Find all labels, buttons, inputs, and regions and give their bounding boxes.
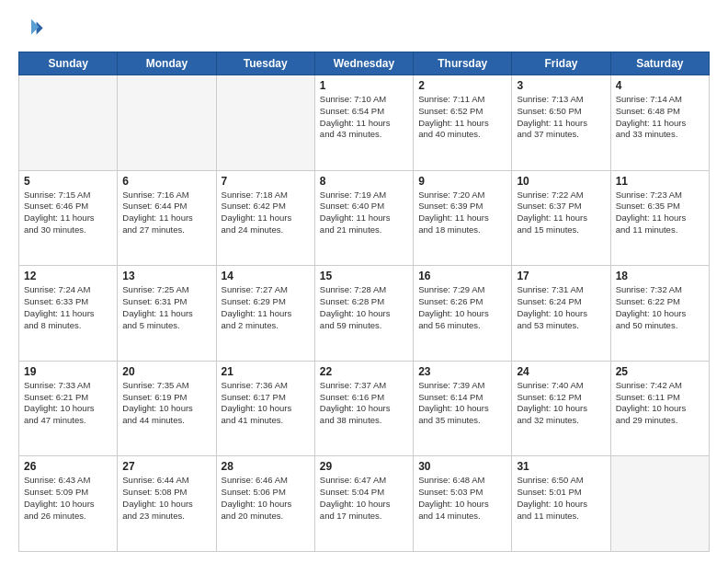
day-info: Sunrise: 7:20 AM Sunset: 6:39 PM Dayligh… [418, 190, 506, 236]
day-info: Sunrise: 7:10 AM Sunset: 6:54 PM Dayligh… [320, 94, 408, 141]
day-cell: 18Sunrise: 7:32 AM Sunset: 6:22 PM Dayli… [610, 266, 709, 362]
week-row-1: 1Sunrise: 7:10 AM Sunset: 6:54 PM Daylig… [19, 75, 710, 171]
day-cell: 26Sunrise: 6:43 AM Sunset: 5:09 PM Dayli… [19, 456, 118, 552]
day-cell [216, 75, 314, 171]
day-number: 27 [122, 460, 210, 473]
day-cell: 22Sunrise: 7:37 AM Sunset: 6:16 PM Dayli… [314, 361, 413, 456]
day-info: Sunrise: 7:25 AM Sunset: 6:31 PM Dayligh… [122, 284, 210, 331]
week-row-3: 12Sunrise: 7:24 AM Sunset: 6:33 PM Dayli… [19, 266, 710, 362]
day-cell: 5Sunrise: 7:15 AM Sunset: 6:46 PM Daylig… [19, 170, 118, 266]
day-cell: 15Sunrise: 7:28 AM Sunset: 6:28 PM Dayli… [314, 266, 413, 362]
day-number: 14 [222, 270, 310, 282]
day-info: Sunrise: 7:15 AM Sunset: 6:46 PM Dayligh… [24, 190, 112, 236]
page: SundayMondayTuesdayWednesdayThursdayFrid… [0, 0, 728, 563]
day-number: 29 [320, 460, 408, 473]
day-cell [118, 75, 216, 171]
day-number: 11 [616, 175, 704, 188]
day-info: Sunrise: 6:43 AM Sunset: 5:09 PM Dayligh… [24, 475, 112, 522]
day-info: Sunrise: 6:48 AM Sunset: 5:03 PM Dayligh… [418, 475, 506, 522]
day-cell [19, 75, 118, 171]
day-info: Sunrise: 7:37 AM Sunset: 6:16 PM Dayligh… [320, 380, 408, 427]
day-cell: 30Sunrise: 6:48 AM Sunset: 5:03 PM Dayli… [414, 456, 512, 552]
day-info: Sunrise: 7:36 AM Sunset: 6:17 PM Dayligh… [222, 380, 310, 427]
day-number: 19 [24, 365, 112, 378]
day-number: 10 [517, 175, 605, 188]
day-number: 7 [222, 175, 310, 188]
day-number: 15 [320, 270, 408, 282]
day-number: 2 [418, 79, 506, 92]
day-number: 4 [616, 79, 704, 92]
day-cell: 1Sunrise: 7:10 AM Sunset: 6:54 PM Daylig… [314, 75, 413, 171]
day-cell: 9Sunrise: 7:20 AM Sunset: 6:39 PM Daylig… [414, 170, 512, 266]
weekday-header-friday: Friday [512, 52, 610, 75]
day-number: 31 [517, 460, 605, 473]
day-number: 13 [122, 270, 210, 282]
day-number: 28 [222, 460, 310, 473]
day-info: Sunrise: 7:29 AM Sunset: 6:26 PM Dayligh… [418, 284, 506, 331]
calendar-table: SundayMondayTuesdayWednesdayThursdayFrid… [18, 52, 710, 552]
day-info: Sunrise: 7:13 AM Sunset: 6:50 PM Dayligh… [517, 94, 605, 141]
day-cell: 11Sunrise: 7:23 AM Sunset: 6:35 PM Dayli… [610, 170, 709, 266]
weekday-header-wednesday: Wednesday [314, 52, 413, 75]
day-number: 12 [24, 270, 112, 282]
day-cell: 14Sunrise: 7:27 AM Sunset: 6:29 PM Dayli… [216, 266, 314, 362]
day-info: Sunrise: 7:27 AM Sunset: 6:29 PM Dayligh… [222, 284, 310, 331]
day-number: 30 [418, 460, 506, 473]
week-row-5: 26Sunrise: 6:43 AM Sunset: 5:09 PM Dayli… [19, 456, 710, 552]
day-info: Sunrise: 7:14 AM Sunset: 6:48 PM Dayligh… [616, 94, 704, 141]
day-info: Sunrise: 6:47 AM Sunset: 5:04 PM Dayligh… [320, 475, 408, 522]
day-info: Sunrise: 7:24 AM Sunset: 6:33 PM Dayligh… [24, 284, 112, 331]
day-number: 1 [320, 79, 408, 92]
day-number: 18 [616, 270, 704, 282]
day-info: Sunrise: 7:39 AM Sunset: 6:14 PM Dayligh… [418, 380, 506, 427]
day-number: 5 [24, 175, 112, 188]
header [18, 17, 710, 42]
day-cell: 10Sunrise: 7:22 AM Sunset: 6:37 PM Dayli… [512, 170, 610, 266]
day-number: 3 [517, 79, 605, 92]
day-number: 17 [517, 270, 605, 282]
day-cell: 6Sunrise: 7:16 AM Sunset: 6:44 PM Daylig… [118, 170, 216, 266]
day-number: 25 [616, 365, 704, 378]
day-number: 22 [320, 365, 408, 378]
day-cell: 3Sunrise: 7:13 AM Sunset: 6:50 PM Daylig… [512, 75, 610, 171]
day-cell: 31Sunrise: 6:50 AM Sunset: 5:01 PM Dayli… [512, 456, 610, 552]
day-number: 8 [320, 175, 408, 188]
week-row-2: 5Sunrise: 7:15 AM Sunset: 6:46 PM Daylig… [19, 170, 710, 266]
logo-icon [18, 17, 44, 42]
day-cell: 19Sunrise: 7:33 AM Sunset: 6:21 PM Dayli… [19, 361, 118, 456]
day-number: 24 [517, 365, 605, 378]
day-info: Sunrise: 7:33 AM Sunset: 6:21 PM Dayligh… [24, 380, 112, 427]
weekday-header-saturday: Saturday [610, 52, 709, 75]
day-number: 16 [418, 270, 506, 282]
day-cell: 13Sunrise: 7:25 AM Sunset: 6:31 PM Dayli… [118, 266, 216, 362]
day-cell: 4Sunrise: 7:14 AM Sunset: 6:48 PM Daylig… [610, 75, 709, 171]
day-info: Sunrise: 7:40 AM Sunset: 6:12 PM Dayligh… [517, 380, 605, 427]
day-info: Sunrise: 7:42 AM Sunset: 6:11 PM Dayligh… [616, 380, 704, 427]
weekday-header-row: SundayMondayTuesdayWednesdayThursdayFrid… [19, 52, 710, 75]
day-cell: 24Sunrise: 7:40 AM Sunset: 6:12 PM Dayli… [512, 361, 610, 456]
day-cell: 23Sunrise: 7:39 AM Sunset: 6:14 PM Dayli… [414, 361, 512, 456]
weekday-header-monday: Monday [118, 52, 216, 75]
day-cell: 16Sunrise: 7:29 AM Sunset: 6:26 PM Dayli… [414, 266, 512, 362]
day-info: Sunrise: 7:18 AM Sunset: 6:42 PM Dayligh… [222, 190, 310, 236]
weekday-header-sunday: Sunday [19, 52, 118, 75]
day-cell [610, 456, 709, 552]
day-cell: 28Sunrise: 6:46 AM Sunset: 5:06 PM Dayli… [216, 456, 314, 552]
day-info: Sunrise: 6:46 AM Sunset: 5:06 PM Dayligh… [222, 475, 310, 522]
day-cell: 21Sunrise: 7:36 AM Sunset: 6:17 PM Dayli… [216, 361, 314, 456]
day-cell: 25Sunrise: 7:42 AM Sunset: 6:11 PM Dayli… [610, 361, 709, 456]
day-info: Sunrise: 7:19 AM Sunset: 6:40 PM Dayligh… [320, 190, 408, 236]
day-cell: 27Sunrise: 6:44 AM Sunset: 5:08 PM Dayli… [118, 456, 216, 552]
day-info: Sunrise: 6:50 AM Sunset: 5:01 PM Dayligh… [517, 475, 605, 522]
day-number: 20 [122, 365, 210, 378]
day-info: Sunrise: 7:35 AM Sunset: 6:19 PM Dayligh… [122, 380, 210, 427]
day-info: Sunrise: 7:22 AM Sunset: 6:37 PM Dayligh… [517, 190, 605, 236]
day-info: Sunrise: 7:23 AM Sunset: 6:35 PM Dayligh… [616, 190, 704, 236]
day-cell: 29Sunrise: 6:47 AM Sunset: 5:04 PM Dayli… [314, 456, 413, 552]
day-info: Sunrise: 7:16 AM Sunset: 6:44 PM Dayligh… [122, 190, 210, 236]
week-row-4: 19Sunrise: 7:33 AM Sunset: 6:21 PM Dayli… [19, 361, 710, 456]
day-info: Sunrise: 6:44 AM Sunset: 5:08 PM Dayligh… [122, 475, 210, 522]
day-cell: 20Sunrise: 7:35 AM Sunset: 6:19 PM Dayli… [118, 361, 216, 456]
day-info: Sunrise: 7:11 AM Sunset: 6:52 PM Dayligh… [418, 94, 506, 141]
day-info: Sunrise: 7:32 AM Sunset: 6:22 PM Dayligh… [616, 284, 704, 331]
